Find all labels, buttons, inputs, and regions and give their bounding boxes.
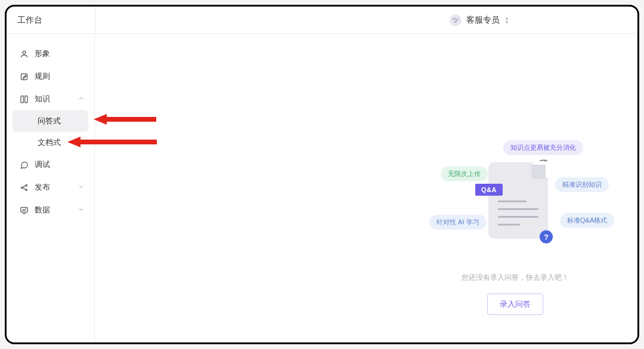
sidebar-subitem-qa[interactable]: 问答式 — [13, 110, 88, 132]
topbar-divider — [95, 7, 95, 33]
chevron-up-icon — [78, 95, 85, 104]
sidebar-item-label: 规则 — [35, 71, 85, 82]
add-qa-button[interactable]: 录入问答 — [487, 294, 543, 315]
main-content: Q&A ? 无限次上传 知识点更易被充分消化 精准识别知识 针对性 AI 学习 … — [95, 34, 637, 342]
sidebar: 形象 规则 知识 问答式 — [7, 34, 95, 342]
sidebar-item-label: 知识 — [35, 94, 72, 104]
role-avatar-icon: ツ — [450, 14, 462, 26]
workspace-title: 工作台 — [7, 15, 95, 26]
sidebar-item-label: 形象 — [35, 48, 85, 59]
sidebar-item-data[interactable]: 数据 — [7, 199, 94, 221]
empty-state: Q&A ? 无限次上传 知识点更易被充分消化 精准识别知识 针对性 AI 学习 … — [408, 141, 623, 315]
svg-point-2 — [21, 187, 23, 189]
role-label: 客服专员 — [466, 15, 500, 26]
sidebar-item-label: 发布 — [35, 182, 72, 193]
chevron-down-icon — [78, 183, 85, 192]
sidebar-item-knowledge[interactable]: 知识 — [7, 88, 94, 110]
qa-tag: Q&A — [475, 184, 503, 196]
feature-pill-digest: 知识点更易被充分消化 — [503, 140, 583, 155]
chart-icon — [20, 206, 29, 215]
updown-caret-icon: ▲▼ — [504, 16, 509, 24]
sidebar-item-label: 数据 — [35, 205, 72, 215]
sidebar-subitem-label: 问答式 — [38, 116, 61, 126]
chat-icon — [20, 160, 29, 169]
feature-pill-precise: 精准识别知识 — [555, 177, 609, 192]
chevron-down-icon — [78, 206, 85, 215]
book-icon — [20, 95, 29, 104]
sidebar-item-avatar[interactable]: 形象 — [7, 42, 94, 65]
sidebar-item-rules[interactable]: 规则 — [7, 65, 94, 88]
annotation-arrow-icon — [67, 137, 157, 147]
feature-pill-unlimited: 无限次上传 — [441, 166, 488, 181]
app-window: 工作台 ツ 客服专员 ▲▼ 形象 规则 — [5, 5, 639, 344]
empty-hint-text: 您还没有录入问答，快去录入吧！ — [462, 273, 569, 283]
role-switcher[interactable]: ツ 客服专员 ▲▼ — [450, 14, 509, 26]
edit-icon — [20, 72, 29, 81]
sidebar-item-debug[interactable]: 调试 — [7, 153, 94, 176]
sidebar-item-publish[interactable]: 发布 — [7, 176, 94, 199]
body: 形象 规则 知识 问答式 — [7, 34, 637, 342]
feature-pill-standard-qa: 标准Q&A格式 — [560, 213, 614, 228]
empty-illustration: Q&A ? 无限次上传 知识点更易被充分消化 精准识别知识 针对性 AI 学习 … — [408, 141, 623, 261]
feature-pill-targeted-ai: 针对性 AI 学习 — [429, 215, 487, 230]
sidebar-item-label: 调试 — [35, 159, 85, 170]
svg-point-0 — [23, 51, 26, 54]
svg-point-4 — [26, 189, 27, 191]
annotation-arrow-icon — [94, 114, 156, 125]
svg-point-3 — [26, 184, 27, 186]
svg-marker-6 — [94, 114, 156, 125]
document-icon: Q&A ? — [488, 162, 548, 239]
share-icon — [20, 183, 29, 192]
topbar: 工作台 ツ 客服专员 ▲▼ — [7, 7, 637, 34]
svg-rect-5 — [21, 207, 27, 212]
person-icon — [20, 50, 29, 58]
question-mark-icon: ? — [540, 230, 553, 243]
svg-marker-7 — [67, 137, 157, 147]
sidebar-subitem-label: 文档式 — [38, 137, 61, 148]
